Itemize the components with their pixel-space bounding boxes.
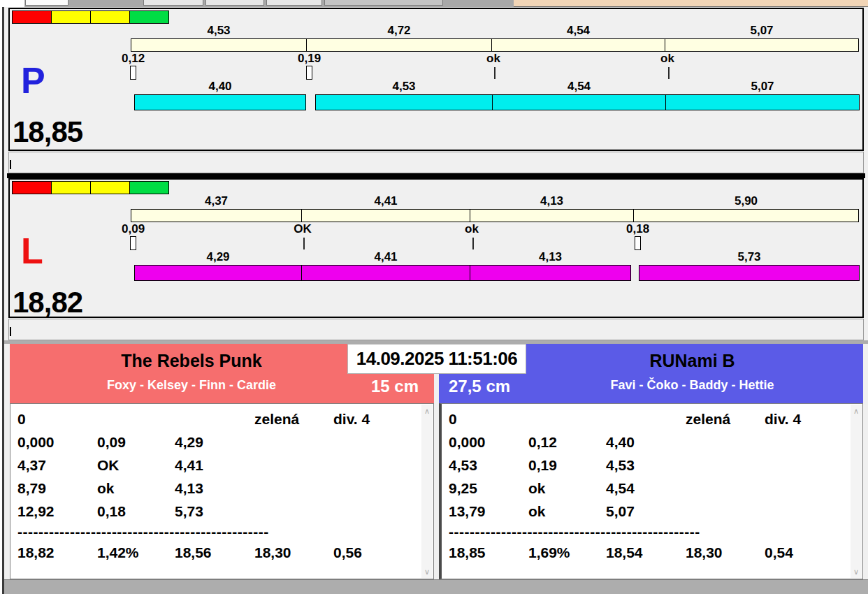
- log-cell: div. 4: [765, 407, 841, 430]
- lane-track: 4,374,414,135,90 0,09OKok0,18 4,294,414,…: [131, 180, 861, 317]
- bottom-split-bar: [134, 94, 860, 110]
- start-light-box: [90, 10, 130, 24]
- jump-height-badge: 27,5 cm: [449, 377, 510, 396]
- split-segment: [491, 38, 665, 52]
- fault-label: ok: [646, 52, 688, 64]
- log-cell: 13,79: [449, 500, 528, 523]
- log-cell: 18,30: [686, 541, 765, 564]
- log-cell: 4,40: [606, 430, 686, 454]
- lane-total-time: 18,85: [13, 117, 82, 147]
- lane-panel-l: L 18,82 4,374,414,135,90 0,09OKok0,18 4,…: [8, 178, 864, 318]
- log-cell: [254, 454, 333, 477]
- jump-height-badge: 15 cm: [371, 377, 419, 396]
- datetime-display: 14.09.2025 11:51:06: [347, 344, 526, 374]
- scrollbar-down-arrow[interactable]: ∨: [421, 567, 433, 577]
- scrollbar-down-arrow[interactable]: ∨: [851, 567, 862, 577]
- split-segment: [315, 94, 493, 110]
- scrollbar-up-arrow[interactable]: ∧: [851, 406, 862, 416]
- desktop-edge-corner: [0, 0, 24, 7]
- status-strip-l: [8, 319, 864, 340]
- log-cell: 4,54: [606, 477, 686, 500]
- team-dogs: Favi - Čoko - Baddy - Hettie: [526, 378, 858, 393]
- log-cell: 0,54: [765, 541, 841, 564]
- fault-label: 0,19: [298, 52, 354, 64]
- log-cell: [686, 454, 765, 477]
- team-dogs: Foxy - Kelsey - Finn - Cardie: [10, 378, 373, 393]
- start-light-box: [12, 181, 52, 194]
- background-window-fragment: [143, 0, 203, 6]
- split-segment: [134, 94, 306, 110]
- log-cell: 4,13: [175, 477, 254, 500]
- ok-tick-marker: [303, 238, 305, 249]
- log-cell: 4,53: [449, 454, 528, 477]
- fault-label: ok: [451, 223, 493, 235]
- log-cell: 0,56: [333, 541, 410, 564]
- scrollbar[interactable]: ∧ ∨: [851, 405, 862, 578]
- log-cell: [97, 407, 175, 430]
- scrollbar-up-arrow[interactable]: ∧: [421, 406, 433, 416]
- fault-label: 0,12: [122, 52, 178, 64]
- split-segment: [492, 94, 666, 110]
- ok-tick-marker: [668, 67, 670, 79]
- lane-total-time: 18,82: [13, 288, 82, 317]
- log-cell: [254, 430, 333, 454]
- split-time-label: 4,41: [301, 194, 470, 208]
- split-segment: [301, 209, 470, 222]
- log-cell: 0,09: [97, 430, 175, 454]
- log-cell: [333, 454, 410, 477]
- log-cell: 18,30: [254, 541, 333, 564]
- fault-label: 0,18: [626, 223, 682, 235]
- background-window-fragment: [205, 0, 264, 6]
- log-cell: 0: [17, 407, 97, 430]
- split-time-label: 4,41: [301, 250, 470, 263]
- log-cell: [765, 454, 841, 477]
- bottom-split-bar: [134, 265, 860, 281]
- desktop-edge-strip: [0, 0, 868, 7]
- fault-label: ok: [472, 52, 514, 64]
- log-cell: 18,56: [175, 541, 254, 564]
- log-cell: [254, 477, 333, 500]
- timer-window: P 18,85 4,534,724,545,07 0,120,19okok 4,…: [0, 7, 868, 594]
- fault-box-marker: [306, 66, 312, 80]
- split-time-label: 5,73: [639, 250, 860, 263]
- log-summary-row: 18,851,69%18,5418,300,54: [449, 541, 846, 564]
- log-cell: [686, 477, 765, 500]
- flyball-timing-screen: { "timestamp": "14.09.2025 11:51:06", "c…: [0, 0, 868, 594]
- split-segment: [470, 265, 631, 281]
- split-time-label: 4,40: [134, 80, 306, 93]
- log-row: 12,920,185,73: [17, 500, 417, 523]
- fault-box-marker: [635, 236, 641, 250]
- log-divider: ----------------------------------------…: [17, 523, 417, 541]
- log-cell: OK: [97, 454, 175, 477]
- lane-letter: L: [21, 233, 43, 269]
- top-split-bar: [131, 38, 859, 52]
- log-cell: zelená: [254, 407, 333, 430]
- log-cell: 0: [449, 407, 528, 430]
- split-time-label: 4,72: [306, 24, 492, 37]
- log-cell: 4,37: [17, 454, 97, 477]
- start-light-box: [12, 10, 52, 24]
- log-cell: 4,41: [175, 454, 254, 477]
- fault-label: 0,09: [122, 223, 178, 235]
- log-row: 0,0000,124,40: [449, 430, 846, 454]
- log-cell: [175, 407, 254, 430]
- lane-letter: P: [21, 62, 45, 99]
- lane-panel-p: P 18,85 4,534,724,545,07 0,120,19okok 4,…: [8, 8, 864, 151]
- run-log-left: 0zelenádiv. 40,0000,094,294,37OK4,418,79…: [10, 403, 434, 579]
- top-split-labels: 4,374,414,135,90: [131, 194, 859, 208]
- bottom-bar: [0, 579, 868, 594]
- log-cell: 4,29: [175, 430, 254, 454]
- log-row: 8,79ok4,13: [17, 477, 417, 500]
- ok-tick-marker: [472, 238, 474, 249]
- log-cell: 18,54: [606, 541, 686, 564]
- log-cell: [528, 407, 606, 430]
- split-time-label: 4,54: [492, 80, 666, 93]
- fault-label: OK: [282, 223, 324, 235]
- panel-separator: [7, 173, 865, 178]
- split-time-label: 4,13: [470, 194, 634, 208]
- log-cell: [606, 407, 686, 430]
- start-light-box: [51, 181, 91, 194]
- scrollbar[interactable]: ∧ ∨: [421, 405, 433, 578]
- log-cell: 0,19: [528, 454, 606, 477]
- background-window-tan-strip: [514, 0, 868, 7]
